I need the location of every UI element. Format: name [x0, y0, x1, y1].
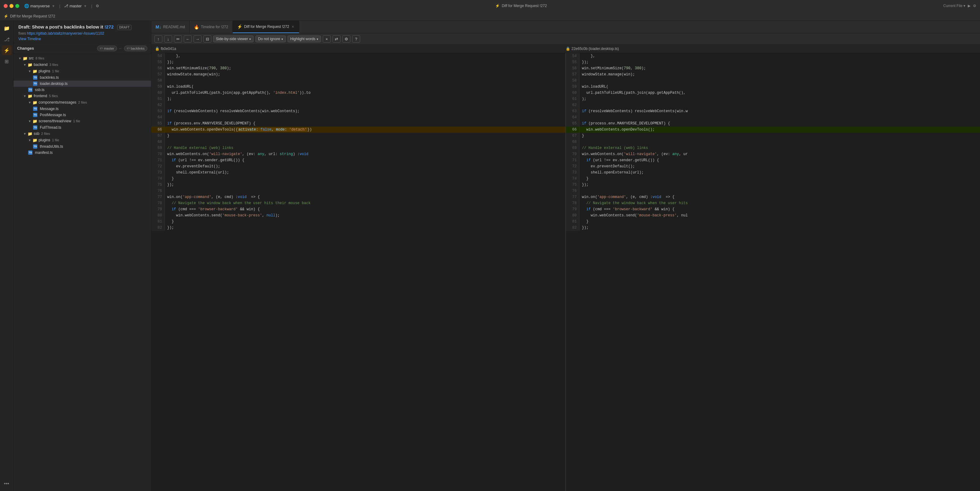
sidebar-icon-merge[interactable]: ⚡	[2, 45, 12, 55]
tree-folder-plugins-backend[interactable]: ▼ 📁 plugins 1 file	[13, 68, 151, 75]
diff-line: 64	[151, 114, 565, 120]
viewer-dropdown[interactable]: Side-by-side viewer ▾	[213, 35, 254, 42]
chevron-down-icon-backend: ▼	[23, 63, 26, 67]
tree-folder-components[interactable]: ▼ 📁 components/messages 2 files	[13, 99, 151, 106]
diff-line: 69 // Handle external (web) links	[151, 145, 565, 151]
ts-icon-manifest: TS	[28, 150, 32, 155]
diff-icon: ⚡	[237, 24, 242, 29]
tree-folder-frontend[interactable]: ▼ 📁 frontend 5 files	[13, 93, 151, 99]
right-file-hash: 🔒 22e65c0b (loader.desktop.ts)	[566, 46, 976, 51]
diff-line: 71 if (url !== ev.sender.getURL()) {	[566, 157, 980, 163]
main-layout: 📁 ⎇ ⚡ ⊞ ••• Draft: Show a post's backlin…	[0, 21, 980, 491]
mr-fixes: fixes https://gitlab.lab/staltz/manyvers…	[18, 31, 146, 35]
settings-diff-button[interactable]: ⚙	[342, 35, 350, 43]
tree-folder-backend[interactable]: ▼ 📁 backend 3 files	[13, 62, 151, 68]
file-tree: ▼ 📁 src 8 files ▼ 📁 backend 3 files ▼ 📁 …	[13, 54, 151, 491]
sidebar-icon-folder[interactable]: 📁	[2, 23, 12, 33]
navigate-down-button[interactable]: ↓	[164, 35, 172, 43]
prev-file-button[interactable]: ←	[184, 35, 192, 43]
tree-folder-ssb-plugins[interactable]: ▼ 📁 plugins 1 file	[13, 137, 151, 143]
tree-file-message[interactable]: TS Message.ts	[13, 106, 151, 112]
ignore-dropdown[interactable]: Do not ignore ▾	[255, 35, 286, 42]
navigate-up-button[interactable]: ↑	[154, 35, 162, 43]
changes-header: Changes 🏷 master ← 🏷 backlinks	[13, 43, 151, 54]
sidebar-icon-grid[interactable]: ⊞	[2, 56, 12, 66]
edit-button[interactable]: ✏	[174, 35, 182, 43]
chevron-down-icon-components: ▼	[28, 101, 31, 104]
settings-button[interactable]: ⚙	[973, 4, 976, 8]
diff-line: 65 if (process.env.MANYVERSE_DEVELOPMENT…	[566, 120, 980, 127]
draft-badge: DRAFT	[117, 25, 131, 30]
tree-file-ssb[interactable]: TS ssb.ts	[13, 87, 151, 93]
tab-timeline[interactable]: 🔥 Timeline for !272	[189, 21, 233, 33]
diff-line: 70 win.webContents.on('will-navigate', (…	[566, 151, 980, 157]
sidebar-icon-more[interactable]: •••	[2, 479, 12, 489]
tab-readme[interactable]: M↓ README.md	[151, 21, 189, 33]
diff-line: 76	[151, 188, 565, 194]
tree-file-manifest[interactable]: TS manifest.ts	[13, 150, 151, 156]
diff-right-panel[interactable]: 54 }, 55 }); 56 win.setMinimumSize(790, …	[566, 53, 980, 491]
collapse-button[interactable]: ⊟	[204, 35, 211, 43]
chevron-down-icon: ▼	[18, 57, 21, 60]
view-timeline-link[interactable]: View Timeline	[18, 37, 146, 41]
tree-file-postmessage[interactable]: TS PostMessage.ts	[13, 112, 151, 118]
tree-folder-screens[interactable]: ▼ 📁 screens/thread/view 1 file	[13, 118, 151, 124]
diff-line: 59 win.loadURL(	[151, 84, 565, 90]
help-button[interactable]: ?	[352, 35, 360, 43]
ts-icon-postmessage: TS	[33, 113, 37, 117]
branch-selector[interactable]: ⎇ master ▾	[64, 4, 88, 8]
chevron-down-icon-frontend: ▼	[23, 94, 26, 98]
timeline-icon: 🔥	[194, 24, 199, 29]
ts-icon-ssb: TS	[28, 88, 32, 92]
tree-folder-ssb[interactable]: ▼ 📁 ssb 2 files	[13, 131, 151, 137]
diff-line: 75 });	[151, 182, 565, 188]
tab-close-diff[interactable]: ×	[291, 24, 294, 30]
chevron-down-icon-ssb-plugins: ▼	[28, 139, 31, 142]
diff-line: 78 // Navigate the window back when the …	[151, 200, 565, 206]
mr-header: Draft: Show a post's backlinks below it …	[13, 21, 151, 43]
diff-line: 69 // Handle external (web) links	[566, 145, 980, 151]
diff-line: 77 win.on('app-command', (e, cmd) :void …	[566, 194, 980, 200]
tree-folder-src[interactable]: ▼ 📁 src 8 files	[13, 55, 151, 62]
app-name[interactable]: 🌐 manyverse ▾	[24, 4, 56, 8]
diff-line-changed-left: 66 win.webContents.openDevTools({activat…	[151, 127, 565, 133]
tree-file-fullthread[interactable]: TS FullThread.ts	[13, 124, 151, 131]
ts-icon-loader: TS	[33, 81, 37, 86]
diff-line: 74 }	[566, 175, 980, 182]
diff-line: 58	[151, 78, 565, 84]
close-window-button[interactable]	[4, 4, 8, 8]
tree-file-backlinks[interactable]: TS backlinks.ts	[13, 75, 151, 81]
maximize-window-button[interactable]	[15, 4, 19, 8]
highlight-words-dropdown[interactable]: Highlight words ▾	[288, 35, 321, 42]
folder-icon-frontend: 📁	[27, 94, 32, 98]
diff-line: 65 if (process.env.MANYVERSE_DEVELOPMENT…	[151, 120, 565, 127]
diff-line: 76	[566, 188, 980, 194]
close-highlight-button[interactable]: ×	[323, 35, 331, 43]
tab-diff[interactable]: ⚡ Diff for Merge Request !272 ×	[233, 21, 299, 33]
fixes-link[interactable]: https://gitlab.lab/staltz/manyverse/-/is…	[27, 31, 104, 35]
tree-file-loader-desktop[interactable]: TS loader.desktop.ts	[13, 81, 151, 87]
sync-scroll-button[interactable]: ⇄	[332, 35, 340, 43]
folder-icon-backend: 📁	[27, 62, 32, 67]
diff-line: 81 }	[151, 218, 565, 225]
diff-line: 79 if (cmd === 'browser-backward' && win…	[566, 206, 980, 212]
chevron-icon-ignore: ▾	[282, 37, 283, 41]
from-tag[interactable]: 🏷 master	[97, 46, 117, 51]
next-file-button[interactable]: →	[194, 35, 202, 43]
left-file-hash: 🔒 fb0e041a	[155, 46, 566, 51]
to-tag[interactable]: 🏷 backlinks	[124, 46, 147, 51]
diff-toolbar: ↑ ↓ ✏ ← → ⊟ Side-by-side viewer ▾ Do not…	[151, 33, 980, 45]
minimize-window-button[interactable]	[10, 4, 13, 8]
chevron-down-icon-screens: ▼	[28, 120, 31, 123]
sidebar-icon-git[interactable]: ⎇	[2, 34, 12, 44]
folder-icon-plugins: 📁	[32, 69, 37, 73]
diff-line: 68	[566, 139, 980, 145]
tree-file-threadsutils[interactable]: TS threadsUtils.ts	[13, 143, 151, 150]
run-button[interactable]: ▶	[968, 4, 970, 8]
diff-line: 71 if (url !== ev.sender.getURL()) {	[151, 157, 565, 163]
diff-line: 68	[151, 139, 565, 145]
current-file-label[interactable]: Current File ▾	[943, 4, 965, 8]
diff-left-panel[interactable]: 54 }, 55 }); 56 win.setMinimumSize(790, …	[151, 53, 566, 491]
commit-selector[interactable]: ⊙	[96, 4, 99, 8]
diff-line: 54 },	[151, 53, 565, 59]
